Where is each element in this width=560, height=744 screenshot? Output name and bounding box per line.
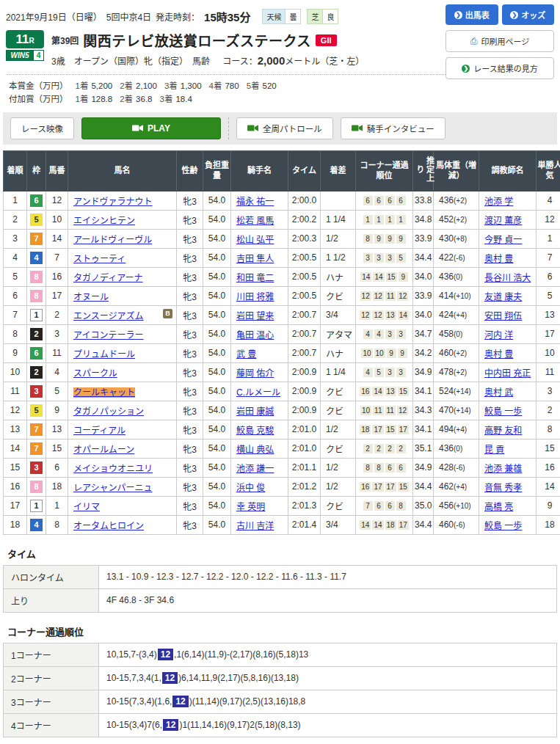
trainer-link[interactable]: 渡辺 薫彦: [484, 216, 522, 226]
time-cell: 2:01.3: [288, 496, 321, 515]
corner-tbody: 1コーナー10,15,7-(3,4)12,1(6,14)(11,9)-(2,17…: [4, 643, 557, 737]
jockey-link[interactable]: 池添 謙一: [236, 464, 274, 474]
table-row: 1 6 12 アンドヴァラナウト 牝3 54.0 福永 祐一 2:00.0 66…: [4, 191, 560, 210]
trainer-link[interactable]: 奥村 豊: [484, 349, 513, 360]
time-cell: 2:01.0: [288, 420, 321, 439]
trainer-link[interactable]: 音無 秀孝: [484, 483, 522, 493]
horse-link[interactable]: オパールムーン: [73, 445, 134, 455]
jockey-link[interactable]: 武 豊: [236, 349, 256, 360]
jockey-link[interactable]: C.ルメール: [236, 387, 280, 398]
time-row: ハロンタイム13.1 - 10.9 - 12.3 - 12.7 - 12.2 -…: [4, 565, 557, 588]
rank-cell: 8: [4, 324, 27, 343]
horse-link[interactable]: アールドヴィーヴル: [73, 235, 152, 245]
jockey-link[interactable]: 岩田 康誠: [236, 406, 274, 417]
horse-number-cell: 4: [46, 362, 68, 382]
horse-link[interactable]: アイコンテーラー: [73, 330, 143, 340]
jockey-cell: 鮫島 克駿: [231, 420, 288, 439]
horse-link[interactable]: メイショウオニユリ: [73, 464, 153, 474]
horse-link[interactable]: アンドヴァラナウト: [73, 197, 153, 207]
jockey-link[interactable]: 浜中 俊: [236, 483, 265, 493]
jockey-link[interactable]: 横山 典弘: [236, 445, 274, 455]
rank-cell: 16: [4, 477, 27, 496]
trainer-link[interactable]: 長谷川 浩大: [484, 273, 531, 283]
horse-link[interactable]: エンスージアズム: [73, 311, 144, 321]
time-cell: 2:00.5: [288, 286, 321, 305]
jockey-link[interactable]: 藤岡 佑介: [236, 368, 274, 379]
trainer-link[interactable]: 昆 貢: [484, 445, 504, 455]
frame-badge: 4: [30, 519, 43, 531]
jockey-link[interactable]: 岩田 望来: [236, 311, 274, 321]
trainer-link[interactable]: 池添 兼雄: [484, 464, 522, 474]
trainer-link[interactable]: 池添 学: [484, 197, 513, 207]
horse-number-cell: 15: [46, 439, 68, 458]
entries-button[interactable]: ❯出馬表: [446, 4, 498, 25]
horse-link[interactable]: プリュムドール: [73, 349, 135, 360]
sex-age-cell: 牝3: [177, 515, 203, 534]
trainer-link[interactable]: 今野 貞一: [484, 235, 522, 245]
favorite-cell: 13: [537, 305, 560, 324]
jockey-link[interactable]: 亀田 温心: [236, 330, 274, 340]
rank-cell: 6: [4, 286, 27, 305]
horse-link[interactable]: イリマ: [73, 502, 100, 512]
jockey-link[interactable]: 松山 弘平: [236, 235, 274, 245]
time-cell: 2:00.3: [288, 229, 321, 248]
corner-order-cell: 16141315: [356, 382, 413, 401]
weather-badge: 天候 曇: [262, 9, 301, 24]
race-number-badge: 11R: [6, 30, 44, 48]
horse-link[interactable]: スパークル: [73, 368, 117, 379]
trainer-link[interactable]: 河内 洋: [484, 330, 513, 340]
patrol-video-button[interactable]: 全周パトロール: [236, 117, 333, 139]
horse-link[interactable]: ストゥーティ: [73, 254, 126, 264]
horse-number-cell: 13: [46, 420, 68, 439]
time-row-label: 上り: [4, 588, 99, 612]
odds-button[interactable]: ❯オッズ: [502, 4, 555, 25]
print-page-button[interactable]: ⎙印刷用ページ: [446, 30, 554, 52]
margin-cell: ハナ: [321, 343, 356, 362]
rank-cell: 12: [4, 401, 27, 420]
rank-cell: 11: [4, 382, 27, 401]
horse-link[interactable]: レアシャンパーニュ: [73, 483, 153, 493]
trainer-cell: 鮫島 一歩: [479, 401, 537, 420]
jockey-link[interactable]: 川田 将雅: [236, 292, 274, 302]
jockey-link[interactable]: 幸 英明: [236, 502, 265, 512]
table-row: 15 3 6 メイショウオニユリ 牝3 54.0 池添 謙一 2:01.1 1/…: [4, 458, 560, 477]
trainer-link[interactable]: 友道 康夫: [484, 292, 522, 302]
trainer-link[interactable]: 奥村 武: [484, 387, 513, 398]
jockey-link[interactable]: 吉田 隼人: [236, 254, 274, 264]
jockey-link[interactable]: 和田 竜二: [236, 273, 274, 283]
jockey-link[interactable]: 松若 風馬: [236, 216, 274, 226]
last3f-cell: 33.9: [413, 286, 434, 305]
race-date: 2021年9月19日（日曜） 5回中京4日: [6, 10, 151, 23]
frame-badge: 8: [30, 481, 43, 493]
horse-link[interactable]: オータムヒロイン: [73, 521, 144, 531]
margin-cell: クビ: [321, 382, 356, 401]
margin-cell: [321, 191, 356, 210]
trainer-link[interactable]: 鮫島 一歩: [484, 406, 522, 417]
jockey-link[interactable]: 古川 吉洋: [236, 521, 274, 531]
corner-order-cell: 2222: [356, 439, 413, 458]
horse-link[interactable]: オヌール: [73, 292, 109, 302]
horse-number-cell: 8: [46, 515, 68, 534]
result-guide-button[interactable]: ❯レース結果の見方: [446, 57, 554, 79]
play-button[interactable]: PLAY: [81, 117, 221, 139]
trainer-link[interactable]: 鮫島 一歩: [484, 521, 522, 531]
race-video-button[interactable]: レース映像: [10, 117, 74, 139]
horse-link[interactable]: クールキャット: [73, 387, 135, 398]
jockey-link[interactable]: 鮫島 克駿: [236, 426, 274, 436]
trainer-link[interactable]: 安田 翔伍: [484, 311, 522, 321]
jockey-link[interactable]: 福永 祐一: [236, 197, 274, 207]
trainer-link[interactable]: 中内田 充正: [484, 368, 531, 379]
arrow-circle-icon: ❯: [454, 11, 462, 19]
horse-link[interactable]: コーディアル: [73, 426, 126, 436]
horse-link[interactable]: タガノディアーナ: [73, 273, 142, 283]
page-header: 2021年9月19日（日曜） 5回中京4日 発走時刻： 15時35分 天候 曇 …: [3, 4, 557, 106]
horse-link[interactable]: エイシンヒテン: [73, 216, 135, 226]
jockey-interview-button[interactable]: 騎手インタビュー: [341, 117, 446, 139]
trainer-link[interactable]: 高野 友和: [484, 426, 522, 436]
horse-link[interactable]: タガノパッション: [73, 406, 144, 417]
jockey-cell: 池添 謙一: [231, 458, 288, 477]
weight-cell: 54.0: [203, 477, 231, 496]
trainer-link[interactable]: 高橋 亮: [484, 502, 513, 512]
trainer-link[interactable]: 奥村 豊: [484, 254, 513, 264]
last3f-cell: 34.2: [413, 343, 434, 362]
